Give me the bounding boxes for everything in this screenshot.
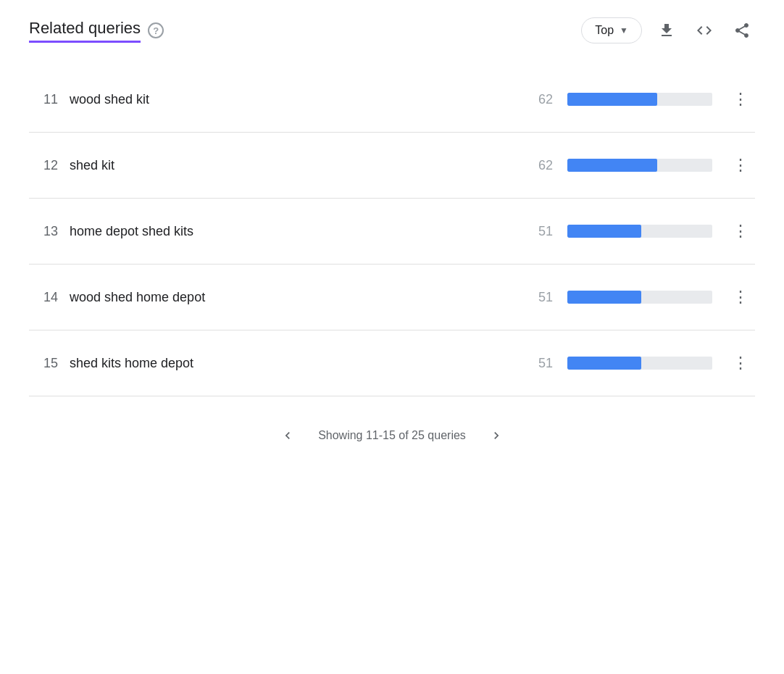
queries-list: 11 wood shed kit 62 ⋮ 12 shed kit 62 ⋮ 1… <box>29 67 755 396</box>
prev-icon <box>280 428 295 443</box>
row-rank: 12 <box>29 158 58 173</box>
bar-fill <box>567 357 641 370</box>
bar-fill <box>567 291 641 304</box>
download-icon <box>658 22 675 39</box>
row-rank: 13 <box>29 224 58 239</box>
bar-container <box>567 93 712 106</box>
download-button[interactable] <box>654 17 680 43</box>
bar-container <box>567 291 712 304</box>
next-button[interactable] <box>483 425 509 446</box>
table-row: 15 shed kits home depot 51 ⋮ <box>29 330 755 396</box>
bar-container <box>567 357 712 370</box>
prev-button[interactable] <box>275 425 301 446</box>
more-options-button[interactable]: ⋮ <box>727 351 755 375</box>
share-button[interactable] <box>729 17 755 43</box>
bar-fill <box>567 93 657 106</box>
row-value: 51 <box>527 356 553 371</box>
bar-container <box>567 159 712 172</box>
bar-fill <box>567 159 657 172</box>
table-row: 12 shed kit 62 ⋮ <box>29 133 755 199</box>
help-icon[interactable]: ? <box>148 22 164 38</box>
embed-button[interactable] <box>691 17 717 43</box>
row-label: shed kit <box>70 158 527 173</box>
more-options-button[interactable]: ⋮ <box>727 285 755 309</box>
row-value: 51 <box>527 224 553 239</box>
table-row: 14 wood shed home depot 51 ⋮ <box>29 265 755 330</box>
bar-fill <box>567 225 641 238</box>
table-row: 13 home depot shed kits 51 ⋮ <box>29 199 755 265</box>
header-right: Top ▼ <box>581 17 755 43</box>
chevron-down-icon: ▼ <box>620 25 628 36</box>
embed-icon <box>696 22 713 39</box>
row-rank: 15 <box>29 356 58 371</box>
bar-container <box>567 225 712 238</box>
pagination-text: Showing 11-15 of 25 queries <box>318 429 466 442</box>
section-header: Related queries ? Top ▼ <box>29 17 755 43</box>
row-rank: 14 <box>29 290 58 305</box>
header-left: Related queries ? <box>29 19 164 43</box>
row-value: 62 <box>527 92 553 107</box>
more-options-button[interactable]: ⋮ <box>727 87 755 112</box>
section-title: Related queries <box>29 19 141 43</box>
more-options-button[interactable]: ⋮ <box>727 219 755 244</box>
row-rank: 11 <box>29 92 58 107</box>
filter-dropdown[interactable]: Top ▼ <box>581 17 642 43</box>
row-label: wood shed kit <box>70 92 527 107</box>
pagination: Showing 11-15 of 25 queries <box>29 425 755 446</box>
dropdown-label: Top <box>595 24 614 37</box>
share-icon <box>733 22 751 39</box>
row-label: wood shed home depot <box>70 290 527 305</box>
more-options-button[interactable]: ⋮ <box>727 153 755 178</box>
row-value: 51 <box>527 290 553 305</box>
next-icon <box>489 428 504 443</box>
row-value: 62 <box>527 158 553 173</box>
row-label: home depot shed kits <box>70 224 527 239</box>
table-row: 11 wood shed kit 62 ⋮ <box>29 67 755 133</box>
row-label: shed kits home depot <box>70 356 527 371</box>
